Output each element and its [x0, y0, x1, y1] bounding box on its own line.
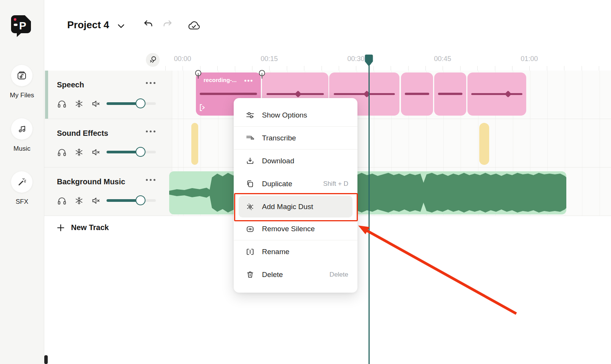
menu-item-delete[interactable]: Delete Delete — [234, 263, 357, 286]
audio-clip[interactable] — [467, 72, 526, 116]
background-music-track-header[interactable]: Background Music — [44, 168, 172, 216]
menu-item-show-options[interactable]: Show Options — [234, 104, 357, 127]
my-files-button[interactable] — [11, 65, 32, 86]
folder-music-icon — [16, 70, 27, 81]
volume-slider[interactable] — [107, 199, 156, 202]
music-waveform — [169, 171, 566, 214]
track-options-button[interactable] — [146, 130, 155, 132]
headphones-icon[interactable] — [57, 147, 67, 157]
playhead-handle[interactable] — [365, 54, 373, 67]
sound-effect-clip[interactable] — [191, 123, 198, 165]
transcribe-icon — [246, 134, 255, 143]
menu-item-label: Delete — [262, 271, 283, 279]
menu-item-remove-silence[interactable]: Remove Silence — [234, 217, 357, 240]
sfx-label: SFX — [0, 198, 44, 206]
menu-item-label: Download — [262, 157, 294, 165]
music-button[interactable] — [11, 118, 32, 140]
audio-clip[interactable] — [434, 72, 466, 116]
cloud-sync-icon[interactable] — [186, 19, 201, 31]
sfx-button[interactable] — [11, 171, 32, 193]
waveform — [438, 93, 462, 95]
menu-item-label: Duplicate — [262, 180, 292, 188]
freeze-snowflake-icon[interactable] — [74, 196, 84, 206]
new-track-label: New Track — [71, 223, 109, 232]
volume-slider-thumb[interactable] — [136, 147, 145, 157]
music-note-icon — [16, 123, 27, 135]
waveform-peak — [504, 90, 511, 97]
waveform — [471, 93, 522, 95]
ruler-label-0000: 00:00 — [165, 55, 200, 63]
rename-icon — [246, 247, 255, 256]
menu-item-label: Remove Silence — [262, 225, 315, 233]
marker-pin-icon[interactable] — [195, 70, 202, 80]
my-files-label: My Files — [0, 92, 44, 99]
track-title: Background Music — [57, 177, 125, 186]
menu-item-label: Add Magic Dust — [262, 203, 313, 211]
speech-track-header[interactable]: Speech — [44, 71, 172, 119]
undo-button[interactable] — [143, 19, 154, 31]
scrollbar-thumb[interactable] — [44, 355, 48, 364]
timeline-ruler[interactable]: 00:00 00:15 00:30 00:45 01:00 — [44, 50, 611, 71]
podcastle-logo-icon[interactable]: P — [9, 14, 33, 37]
mute-speaker-icon[interactable] — [91, 196, 101, 206]
new-track-button[interactable]: New Track — [57, 223, 109, 232]
project-title[interactable]: Project 4 — [67, 19, 109, 31]
sidebar: P My Files Music — [0, 0, 44, 364]
menu-item-transcribe[interactable]: Transcribe — [234, 127, 357, 150]
track-title: Speech — [57, 81, 84, 89]
svg-text:P: P — [19, 20, 26, 32]
marker-pin-icon[interactable] — [259, 70, 265, 80]
menu-item-shortcut: Delete — [330, 271, 348, 279]
sound-effects-track-header[interactable]: Sound Effects — [44, 119, 172, 167]
menu-item-label: Rename — [262, 248, 289, 256]
track-title: Sound Effects — [57, 129, 108, 138]
redo-button[interactable] — [162, 19, 173, 31]
waveform — [405, 93, 429, 95]
clip-options-button[interactable] — [244, 80, 252, 82]
clip-expand-icon[interactable] — [199, 103, 206, 112]
volume-slider[interactable] — [107, 151, 156, 153]
menu-item-label: Show Options — [262, 111, 307, 119]
mute-speaker-icon[interactable] — [91, 147, 101, 157]
freeze-snowflake-icon[interactable] — [74, 147, 84, 157]
marker-pin-button[interactable] — [146, 53, 160, 67]
audio-clip[interactable] — [401, 72, 433, 116]
delete-trash-icon — [246, 270, 255, 279]
waveform — [200, 93, 257, 95]
remove-silence-icon — [246, 224, 255, 234]
menu-item-shortcut: Shift + D — [323, 180, 348, 188]
volume-slider[interactable] — [107, 102, 156, 105]
menu-item-rename[interactable]: Rename — [234, 240, 357, 263]
magic-wand-icon — [16, 176, 27, 188]
track-options-button[interactable] — [146, 82, 155, 84]
ruler-label-0100: 01:00 — [512, 55, 546, 63]
menu-item-label: Transcribe — [262, 134, 296, 142]
topbar: Project 4 — [44, 0, 611, 50]
duplicate-icon — [246, 179, 255, 188]
clip-context-menu: Show Options Transcribe Download — [234, 98, 357, 293]
mute-speaker-icon[interactable] — [91, 99, 101, 109]
playhead-line — [369, 65, 370, 364]
volume-slider-thumb[interactable] — [136, 98, 145, 108]
balloon-pin-icon — [148, 55, 157, 64]
menu-item-download[interactable]: Download — [234, 150, 357, 172]
magic-dust-icon — [246, 202, 255, 211]
volume-slider-thumb[interactable] — [136, 195, 145, 205]
show-options-icon — [246, 111, 255, 120]
plus-icon — [57, 224, 65, 232]
menu-item-add-magic-dust[interactable]: Add Magic Dust — [239, 196, 352, 217]
selected-track-indicator — [45, 71, 48, 119]
waveform-peak — [294, 90, 301, 97]
track-options-button[interactable] — [146, 179, 155, 181]
background-music-clip[interactable] — [169, 171, 566, 214]
ruler-ticks — [165, 66, 611, 71]
sound-effect-clip[interactable] — [479, 123, 489, 165]
ruler-label-0045: 00:45 — [425, 55, 460, 63]
ruler-label-0015: 00:15 — [252, 55, 286, 63]
headphones-icon[interactable] — [57, 99, 67, 109]
menu-item-duplicate[interactable]: Duplicate Shift + D — [234, 172, 357, 195]
clip-label: recording-... — [204, 77, 237, 83]
headphones-icon[interactable] — [57, 196, 67, 206]
freeze-snowflake-icon[interactable] — [74, 99, 84, 109]
chevron-down-icon[interactable] — [117, 22, 125, 30]
